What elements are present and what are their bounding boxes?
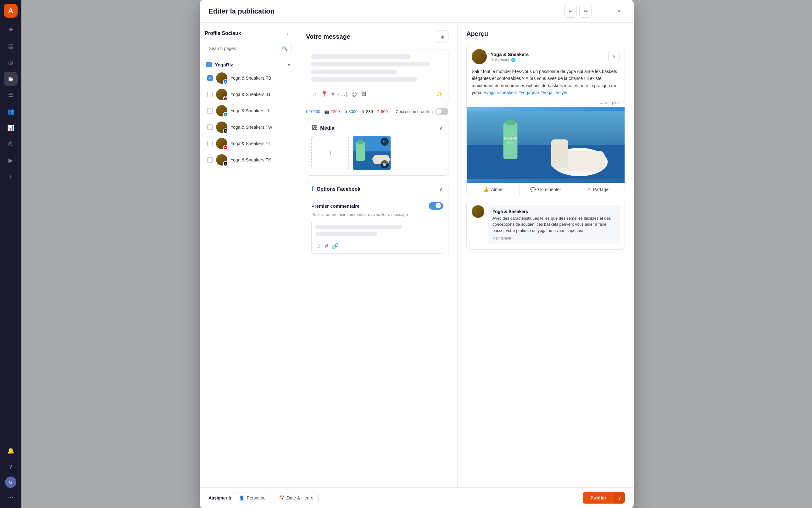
user-avatar[interactable]: U	[5, 476, 16, 488]
svg-text:PUFU: PUFU	[507, 142, 513, 144]
profile-checkbox-ig[interactable]	[207, 92, 213, 97]
media-section-title: Média	[320, 125, 334, 131]
profile-item[interactable]: ▶ Yoga & Sneakers YT	[205, 135, 292, 152]
svg-rect-10	[551, 139, 568, 168]
first-comment-toggle[interactable]	[429, 202, 443, 210]
svg-rect-11	[504, 122, 518, 159]
close-button[interactable]: ×	[614, 6, 625, 17]
collapse-icon: ∧	[439, 125, 443, 131]
comment-hashtag-icon[interactable]: #	[325, 243, 328, 250]
redo-button[interactable]: ↪	[579, 5, 592, 17]
app-logo: A	[4, 4, 17, 17]
chevron-down-icon: ∨	[287, 62, 291, 67]
nav-bell[interactable]: 🔔	[4, 444, 17, 458]
nav-list[interactable]: ☰	[4, 88, 17, 102]
svg-rect-12	[506, 120, 515, 125]
comment-link-icon[interactable]: 🔗	[332, 243, 339, 250]
network-badge-tk: ♪	[223, 161, 228, 166]
draft-toggle[interactable]	[435, 108, 448, 115]
person-icon: 👤	[239, 496, 244, 501]
hashtag-icon[interactable]: #	[331, 91, 334, 97]
nav-video[interactable]: ▶	[4, 154, 17, 167]
magic-icon[interactable]: ✨	[436, 91, 443, 97]
add-icon: +	[328, 148, 333, 158]
nav-more[interactable]: ⋯	[4, 491, 17, 504]
first-comment-title: Premier commentaire	[312, 203, 360, 209]
image-icon[interactable]: 🖼	[361, 91, 367, 97]
char-count-tw: 𝕏 280	[361, 109, 373, 114]
emoji-icon[interactable]: ☺	[312, 91, 317, 97]
nav-calendar[interactable]: ▦	[4, 72, 17, 86]
nav-help[interactable]: ?	[4, 460, 17, 474]
account-group-name: YogaBiz	[215, 62, 284, 67]
publish-button[interactable]: Publier	[583, 492, 614, 504]
placeholder-line	[312, 54, 410, 59]
facebook-options-title-area: f Options Facebook	[312, 185, 361, 193]
profile-item[interactable]: ♪ Yoga & Sneakers TK	[205, 152, 292, 168]
date-button[interactable]: 📅 Date & Heure	[274, 493, 319, 503]
media-section-header[interactable]: 🖼 Média ∧	[306, 120, 448, 136]
char-count-ig: 📷 2200	[324, 109, 340, 114]
fb-see-more[interactable]: ... voir plus	[467, 100, 625, 107]
fb-comment-time: Maintenant	[492, 236, 615, 241]
publish-dropdown-button[interactable]: ∨	[614, 492, 625, 504]
comment-emoji-icon[interactable]: ☺	[316, 243, 321, 250]
profile-item[interactable]: in Yoga & Sneakers LI	[205, 102, 292, 119]
location-icon[interactable]: 📍	[321, 91, 328, 97]
char-count-li: in 3000	[343, 109, 357, 114]
fb-comment-button[interactable]: 💬 Commenter	[519, 183, 572, 196]
mention-icon[interactable]: @	[351, 91, 357, 97]
fb-actions-bar: 👍 Aimer 💬 Commenter ↗ Partager	[467, 183, 625, 196]
placeholder-line	[312, 62, 430, 67]
tag-button[interactable]: ◈	[436, 30, 448, 43]
nav-users[interactable]: 👥	[4, 104, 17, 118]
nav-chart[interactable]: 📊	[4, 121, 17, 135]
message-area[interactable]: ☺ 📍 # {…} @ 🖼 ✨	[306, 49, 448, 103]
profile-checkbox-fb[interactable]: ✓	[207, 75, 213, 81]
account-group-header[interactable]: ✓ YogaBiz ∨	[205, 59, 292, 70]
profile-avatar-wrap: 𝕏	[216, 122, 227, 133]
media-upload-button[interactable]: +	[312, 136, 349, 170]
network-badge-tw: 𝕏	[223, 128, 228, 133]
fb-comment-avatar	[472, 205, 484, 218]
profile-checkbox-tk[interactable]	[207, 157, 213, 163]
fb-post-info: Yoga & Sneakers Maintenant 🌐	[491, 52, 605, 62]
profile-item[interactable]: 📷 Yoga & Sneakers IG	[205, 86, 292, 102]
nav-add[interactable]: +	[4, 170, 17, 184]
fb-post-meta: Maintenant 🌐	[491, 57, 605, 62]
assign-person-button[interactable]: 👤 Personne	[234, 493, 271, 503]
message-toolbar: ☺ 📍 # {…} @ 🖼 ✨	[312, 87, 443, 97]
undo-button[interactable]: ↩	[564, 5, 577, 17]
nav-inbox[interactable]: ▤	[4, 39, 17, 53]
svg-rect-3	[357, 140, 364, 144]
fb-edit-button[interactable]: ✎	[608, 51, 620, 62]
profile-name: Yoga & Sneakers TW	[231, 125, 291, 130]
comment-input-area[interactable]: ☺ # 🔗	[312, 221, 443, 254]
profile-item[interactable]: ✓ f Yoga & Sneakers FB	[205, 70, 292, 86]
media-item-options[interactable]: ⋯	[381, 137, 389, 146]
placeholder-line	[316, 225, 402, 229]
nav-globe[interactable]: ◎	[4, 55, 17, 69]
nav-speed[interactable]: ⏱	[4, 137, 17, 151]
account-checkbox[interactable]: ✓	[206, 62, 212, 67]
fb-share-button[interactable]: ↗ Partager	[572, 183, 625, 196]
profile-item[interactable]: 𝕏 Yoga & Sneakers TW	[205, 119, 292, 135]
minimize-button[interactable]: −	[602, 6, 614, 17]
variable-icon[interactable]: {…}	[338, 91, 347, 97]
sidebar-collapse-button[interactable]: ‹	[283, 29, 292, 38]
search-input[interactable]	[209, 46, 279, 51]
profile-avatar-wrap: f	[216, 72, 227, 84]
pi-icon: P	[377, 109, 380, 114]
profile-checkbox-li[interactable]	[207, 108, 213, 114]
media-icon: 🖼	[312, 125, 317, 131]
fb-like-button[interactable]: 👍 Aimer	[467, 183, 519, 196]
profile-checkbox-yt[interactable]	[207, 141, 213, 146]
media-item-delete[interactable]: 🗑	[381, 160, 389, 168]
toggle-on-knob	[436, 203, 441, 208]
fb-comment-bubble: Yoga & Sneakers Avec des caractéristique…	[488, 205, 620, 245]
facebook-options-header[interactable]: f Options Facebook ∧	[306, 181, 448, 197]
nav-send[interactable]: ✈	[4, 23, 17, 37]
profile-checkbox-tw[interactable]	[207, 124, 213, 130]
tw-icon: 𝕏	[361, 109, 365, 114]
comment-icon: 💬	[530, 187, 535, 192]
